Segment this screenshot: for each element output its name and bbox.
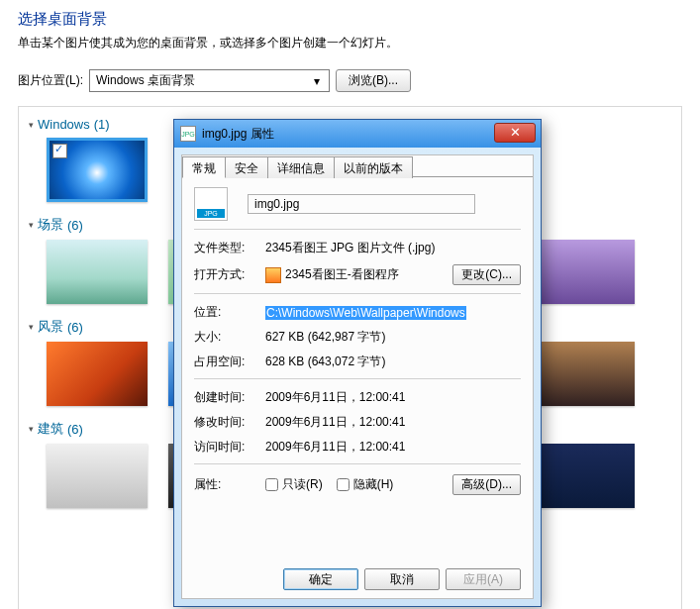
value-opens: 2345看图王-看图程序 [265, 266, 399, 283]
label-disk: 占用空间: [194, 354, 265, 370]
tab-details[interactable]: 详细信息 [267, 156, 335, 178]
thumb-scene-0[interactable] [47, 240, 148, 304]
page-title: 选择桌面背景 [18, 10, 682, 29]
label-type: 文件类型: [194, 240, 265, 256]
collapse-icon: ▾ [29, 424, 34, 434]
page-subtitle: 单击某个图片使其成为您的桌面背景，或选择多个图片创建一个幻灯片。 [18, 35, 682, 51]
app-icon [265, 267, 281, 283]
collapse-icon: ▾ [29, 220, 34, 230]
hidden-checkbox[interactable]: 隐藏(H) [337, 476, 394, 493]
collapse-icon: ▾ [29, 120, 34, 130]
apply-button[interactable]: 应用(A) [446, 568, 521, 590]
value-size: 627 KB (642,987 字节) [265, 329, 385, 346]
label-created: 创建时间: [194, 389, 265, 406]
thumb-land-0[interactable] [47, 342, 148, 406]
label-location: 位置: [194, 304, 265, 321]
location-label: 图片位置(L): [18, 72, 83, 89]
location-value: Windows 桌面背景 [96, 72, 195, 89]
value-modified: 2009年6月11日，12:00:41 [265, 414, 405, 431]
chevron-down-icon: ▾ [308, 74, 325, 88]
cancel-button[interactable]: 取消 [364, 568, 440, 590]
dialog-titlebar[interactable]: JPG img0.jpg 属性 ✕ [174, 120, 541, 148]
thumb-arch-5[interactable] [534, 444, 635, 508]
location-dropdown[interactable]: Windows 桌面背景 ▾ [89, 69, 330, 92]
value-type: 2345看图王 JPG 图片文件 (.jpg) [265, 240, 435, 256]
value-accessed: 2009年6月11日，12:00:41 [265, 439, 405, 456]
properties-dialog: JPG img0.jpg 属性 ✕ 常规 安全 详细信息 以前的版本 img0.… [173, 119, 542, 607]
readonly-checkbox[interactable]: 只读(R) [265, 476, 323, 493]
tab-security[interactable]: 安全 [225, 156, 268, 178]
thumb-land-5[interactable] [534, 342, 635, 406]
thumb-windows-0[interactable] [47, 138, 148, 202]
browse-button[interactable]: 浏览(B)... [336, 69, 411, 92]
label-size: 大小: [194, 329, 265, 346]
value-location[interactable]: C:\Windows\Web\Wallpaper\Windows [265, 306, 466, 320]
label-accessed: 访问时间: [194, 439, 265, 456]
value-created: 2009年6月11日，12:00:41 [265, 389, 405, 406]
filename-input[interactable]: img0.jpg [248, 194, 475, 214]
jpg-icon [194, 187, 228, 221]
tab-general[interactable]: 常规 [182, 156, 226, 178]
collapse-icon: ▾ [29, 322, 34, 332]
label-attrs: 属性: [194, 476, 265, 493]
thumb-arch-0[interactable] [47, 444, 148, 508]
close-button[interactable]: ✕ [494, 123, 536, 143]
dialog-title-text: img0.jpg 属性 [202, 126, 274, 143]
tab-previous[interactable]: 以前的版本 [334, 156, 413, 178]
thumb-scene-5[interactable] [534, 240, 635, 304]
label-modified: 修改时间: [194, 414, 265, 431]
advanced-button[interactable]: 高级(D)... [452, 474, 521, 495]
change-button[interactable]: 更改(C)... [452, 264, 521, 285]
label-opens: 打开方式: [194, 266, 265, 283]
value-disk: 628 KB (643,072 字节) [265, 354, 385, 370]
file-icon: JPG [180, 126, 196, 142]
ok-button[interactable]: 确定 [283, 568, 358, 590]
